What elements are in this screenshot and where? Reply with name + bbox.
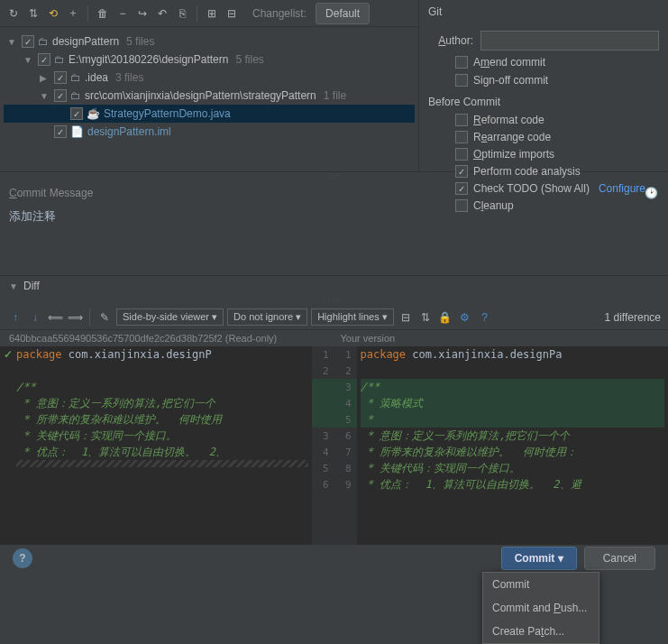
todo-checkbox[interactable] bbox=[455, 182, 468, 195]
cleanup-label: Cleanup bbox=[473, 199, 514, 212]
tree-label: .idea bbox=[85, 71, 108, 84]
minus-icon[interactable]: − bbox=[114, 5, 131, 22]
viewer-select[interactable]: Side-by-side viewer ▾ bbox=[116, 308, 224, 326]
chevron-right-icon[interactable]: ▶ bbox=[40, 73, 50, 83]
signoff-checkbox[interactable] bbox=[455, 74, 468, 87]
todo-label: Check TODO (Show All) bbox=[473, 182, 590, 195]
compare-prev-icon[interactable]: ⟸ bbox=[47, 309, 63, 326]
commit-popup-menu: Commit Commit and Push... Create Patch..… bbox=[482, 572, 599, 644]
diff-right-info: Your version bbox=[328, 333, 660, 344]
expand-icon[interactable]: ⊞ bbox=[204, 5, 220, 22]
code-left[interactable]: package com.xianjinxia.designP /** * 意图：… bbox=[0, 346, 312, 545]
amend-label: Amend commit bbox=[473, 56, 545, 69]
reformat-checkbox[interactable] bbox=[455, 114, 468, 126]
chevron-down-icon[interactable]: ▼ bbox=[7, 37, 18, 47]
changelist-dropdown[interactable]: Default bbox=[316, 3, 370, 24]
tree-path[interactable]: ▼ 🗀 E:\mygit\20180226\designPattern 5 fi… bbox=[4, 51, 415, 69]
highlight-select[interactable]: Highlight lines ▾ bbox=[311, 308, 394, 326]
tree-file[interactable]: 📄 designPattern.iml bbox=[4, 123, 415, 141]
chevron-down-icon[interactable]: ▼ bbox=[23, 55, 34, 65]
tree-label: E:\mygit\20180226\designPattern bbox=[69, 53, 228, 66]
copy-icon[interactable]: ⎘ bbox=[174, 5, 190, 22]
checkbox[interactable] bbox=[54, 125, 67, 138]
popup-commit-push[interactable]: Commit and Push... bbox=[483, 596, 599, 620]
signoff-label: Sign-off commit bbox=[473, 74, 548, 87]
prev-diff-icon[interactable]: ↑ bbox=[7, 309, 23, 326]
commit-button[interactable]: Commit ▾ bbox=[501, 547, 577, 570]
popup-create-patch[interactable]: Create Patch... bbox=[483, 620, 599, 643]
diff-icon[interactable]: ⇅ bbox=[25, 5, 41, 22]
file-toolbar: ↻ ⇅ ⟲ ＋ 🗑 − ↪ ↶ ⎘ ⊞ ⊟ Changelist: Defaul… bbox=[0, 0, 418, 27]
checkbox[interactable] bbox=[54, 89, 67, 102]
delete-icon[interactable]: 🗑 bbox=[95, 5, 111, 22]
rearrange-label: Rearrange code bbox=[473, 131, 551, 143]
checkbox[interactable] bbox=[54, 71, 67, 84]
folder-icon: 🗀 bbox=[70, 71, 81, 84]
analysis-checkbox[interactable] bbox=[455, 165, 468, 178]
tree-root[interactable]: ▼ 🗀 designPattern 5 files bbox=[4, 32, 415, 51]
revert-icon[interactable]: ⟲ bbox=[45, 5, 61, 22]
diff-label: Diff bbox=[23, 280, 40, 292]
java-file-icon: ☕ bbox=[87, 107, 100, 120]
settings-icon[interactable]: ⚙ bbox=[457, 309, 473, 326]
optimize-label: Optimize imports bbox=[473, 148, 554, 161]
refresh-icon[interactable]: ↻ bbox=[5, 5, 22, 22]
history-icon[interactable]: 🕑 bbox=[643, 185, 659, 201]
ignore-select[interactable]: Do not ignore ▾ bbox=[227, 308, 307, 326]
check-icon: ✓ bbox=[4, 348, 13, 361]
tree-count: 3 files bbox=[115, 71, 143, 84]
tree-idea[interactable]: ▶ 🗀 .idea 3 files bbox=[4, 69, 415, 87]
lock-icon[interactable]: 🔒 bbox=[437, 309, 453, 326]
checkbox[interactable] bbox=[22, 35, 34, 48]
tree-label: src\com\xianjinxia\designPattern\strateg… bbox=[85, 89, 316, 102]
tree-label: designPattern bbox=[52, 35, 119, 48]
popup-commit[interactable]: Commit bbox=[483, 573, 599, 596]
configure-link[interactable]: Configure bbox=[599, 182, 645, 195]
undo-icon[interactable]: ↶ bbox=[154, 5, 170, 22]
diff-left-info: 640bbcaa5569490536c75700dfe2c26d38b725f2… bbox=[9, 333, 328, 344]
git-header: Git bbox=[428, 5, 659, 25]
amend-checkbox[interactable] bbox=[455, 56, 468, 69]
help-icon[interactable]: ? bbox=[477, 309, 493, 326]
next-diff-icon[interactable]: ↓ bbox=[27, 309, 43, 326]
collapse-icon[interactable]: ⊟ bbox=[398, 309, 414, 326]
diff-count: 1 difference bbox=[605, 311, 662, 324]
commit-message-label: Commit Message bbox=[9, 187, 93, 199]
rearrange-checkbox[interactable] bbox=[455, 131, 468, 143]
author-input[interactable] bbox=[480, 31, 659, 51]
move-icon[interactable]: ↪ bbox=[134, 5, 151, 22]
folder-icon: 🗀 bbox=[38, 35, 49, 48]
before-commit-header: Before Commit bbox=[428, 96, 659, 108]
iml-file-icon: 📄 bbox=[70, 125, 84, 138]
tree-count: 5 files bbox=[126, 35, 154, 48]
compare-next-icon[interactable]: ⟹ bbox=[67, 309, 83, 326]
collapse-icon[interactable]: ⊟ bbox=[224, 5, 240, 22]
tree-label: designPattern.iml bbox=[87, 125, 171, 138]
gutter: 11 22 3 4 5 36 47 58 69 bbox=[312, 346, 357, 545]
tree-src[interactable]: ▼ 🗀 src\com\xianjinxia\designPattern\str… bbox=[4, 87, 415, 105]
folder-icon: 🗀 bbox=[54, 53, 65, 66]
tree-label: StrategyPatternDemo.java bbox=[104, 107, 231, 120]
tree-file-selected[interactable]: ☕ StrategyPatternDemo.java bbox=[4, 105, 415, 123]
checkbox[interactable] bbox=[70, 107, 83, 120]
cancel-button[interactable]: Cancel bbox=[584, 547, 655, 570]
tree-count: 1 file bbox=[324, 89, 346, 102]
chevron-down-icon[interactable]: ▼ bbox=[40, 91, 50, 101]
add-icon[interactable]: ＋ bbox=[65, 5, 81, 22]
reformat-label: Reformat code bbox=[473, 114, 544, 126]
folder-icon: 🗀 bbox=[70, 89, 81, 102]
sync-scroll-icon[interactable]: ⇅ bbox=[417, 309, 434, 326]
drag-handle[interactable]: :::: bbox=[0, 296, 668, 305]
help-button[interactable]: ? bbox=[13, 548, 32, 568]
cleanup-checkbox[interactable] bbox=[455, 199, 468, 212]
code-right[interactable]: package com.xianjinxia.designPa /** * 策略… bbox=[357, 346, 669, 545]
optimize-checkbox[interactable] bbox=[455, 148, 468, 161]
edit-icon[interactable]: ✎ bbox=[96, 309, 113, 326]
author-label: Author: bbox=[428, 34, 473, 47]
chevron-down-icon[interactable]: ▼ bbox=[9, 281, 20, 291]
changelist-label: Changelist: bbox=[252, 7, 307, 20]
tree-count: 5 files bbox=[235, 53, 263, 66]
file-tree: ▼ 🗀 designPattern 5 files ▼ 🗀 E:\mygit\2… bbox=[0, 27, 418, 146]
analysis-label: Perform code analysis bbox=[473, 165, 581, 178]
checkbox[interactable] bbox=[38, 53, 50, 66]
